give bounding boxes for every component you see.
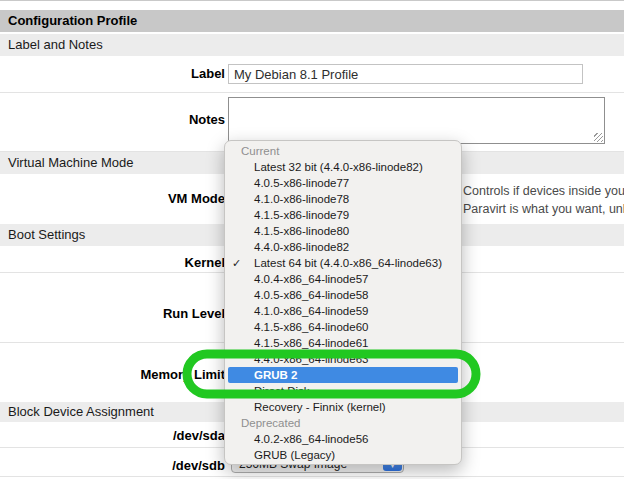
dev-sdb-label: /dev/sdb xyxy=(0,458,225,473)
kernel-option[interactable]: 4.1.5-x86_64-linode61 xyxy=(225,335,461,351)
kernel-option-checked[interactable]: ✓ Latest 64 bit (4.4.0-x86_64-linode63) xyxy=(225,255,461,271)
kernel-group-current: Current xyxy=(225,143,461,159)
kernel-option-checked-label: Latest 64 bit (4.4.0-x86_64-linode63) xyxy=(254,257,442,269)
page-title: Configuration Profile xyxy=(0,10,624,32)
kernel-option[interactable]: 4.1.5-x86-linode80 xyxy=(225,223,461,239)
kernel-option[interactable]: 4.0.5-x86_64-linode58 xyxy=(225,287,461,303)
kernel-group-deprecated: Deprecated xyxy=(225,415,461,431)
kernel-option[interactable]: 4.1.5-x86-linode79 xyxy=(225,207,461,223)
kernel-option[interactable]: GRUB (Legacy) xyxy=(225,447,461,463)
kernel-option[interactable]: 4.4.0-x86_64-linode63 xyxy=(225,351,461,367)
kernel-option[interactable]: 4.0.4-x86_64-linode57 xyxy=(225,271,461,287)
resize-handle-icon[interactable] xyxy=(594,133,603,142)
section-header-label-and-notes: Label and Notes xyxy=(0,34,624,56)
label-input[interactable] xyxy=(228,64,583,84)
checkmark-icon: ✓ xyxy=(232,255,250,271)
kernel-option[interactable]: 4.1.0-x86_64-linode59 xyxy=(225,303,461,319)
label-field-label: Label xyxy=(0,66,225,81)
notes-field-label: Notes xyxy=(0,112,225,127)
kernel-option[interactable]: Latest 32 bit (4.4.0-x86-linode82) xyxy=(225,159,461,175)
kernel-option[interactable]: Recovery - Finnix (kernel) xyxy=(225,399,461,415)
label-row: Label xyxy=(0,56,624,93)
memory-limit-label: Memory Limit xyxy=(0,367,225,382)
vm-mode-help-line2: Paravirt is what you want, unle xyxy=(463,200,624,218)
run-level-label: Run Level xyxy=(0,306,225,321)
kernel-option[interactable]: 4.0.5-x86-linode77 xyxy=(225,175,461,191)
vm-mode-help-text: Controls if devices inside your Paravirt… xyxy=(463,182,624,218)
kernel-option-grub2-highlighted[interactable]: GRUB 2 xyxy=(228,367,458,383)
top-gap xyxy=(0,1,624,10)
kernel-option[interactable]: 4.0.2-x86_64-linode56 xyxy=(225,431,461,447)
kernel-option[interactable]: 4.4.0-x86-linode82 xyxy=(225,239,461,255)
kernel-option[interactable]: 4.1.5-x86_64-linode60 xyxy=(225,319,461,335)
dev-sda-label: /dev/sda xyxy=(0,428,225,443)
notes-textarea[interactable] xyxy=(228,97,605,144)
vm-mode-label: VM Mode xyxy=(0,191,225,206)
kernel-option[interactable]: 4.1.0-x86-linode78 xyxy=(225,191,461,207)
configuration-profile-page: { "header": { "title": "Configuration Pr… xyxy=(0,0,624,479)
kernel-label: Kernel xyxy=(0,255,225,270)
kernel-dropdown-menu: Current Latest 32 bit (4.4.0-x86-linode8… xyxy=(224,140,462,465)
kernel-option[interactable]: Direct Disk xyxy=(225,383,461,399)
vm-mode-help-line1: Controls if devices inside your xyxy=(463,182,624,200)
